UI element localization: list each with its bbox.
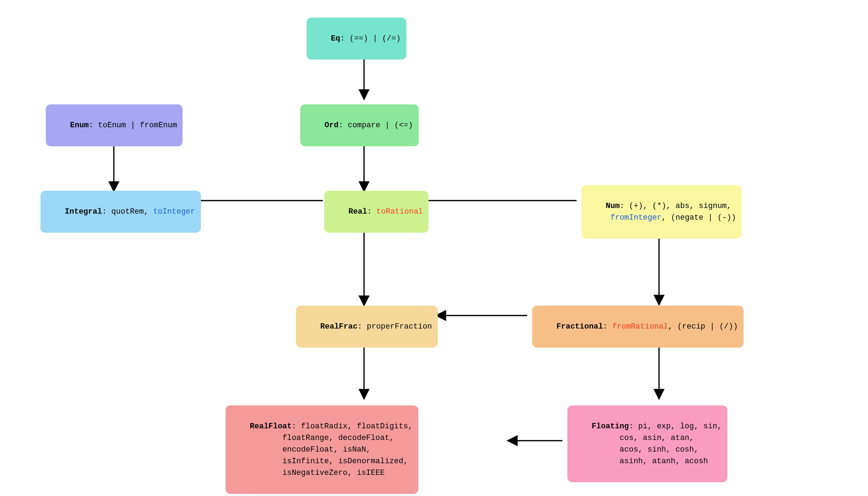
node-realfloat: RealFloat: floatRadix, floatDigits, floa… xyxy=(226,405,418,494)
class-name: Real xyxy=(349,207,367,216)
class-sep: : xyxy=(357,322,362,331)
node-realfrac: RealFrac: properFraction xyxy=(296,306,438,348)
class-body: (==) | (/=) xyxy=(345,34,400,43)
class-name: Fractional xyxy=(556,322,603,331)
class-sep: : xyxy=(367,207,372,216)
class-body xyxy=(372,207,376,216)
class-sep: : xyxy=(620,202,624,210)
class-body: properFraction xyxy=(362,322,432,331)
class-name: Integral xyxy=(65,207,102,216)
class-sep: : xyxy=(338,121,343,130)
edges-layer xyxy=(0,0,868,496)
class-sep: : xyxy=(340,34,345,43)
class-sep: : xyxy=(102,207,106,216)
class-sep: : xyxy=(629,422,633,431)
class-name: Enum xyxy=(70,121,89,130)
node-eq: Eq: (==) | (/=) xyxy=(307,18,406,60)
conv-func: toInteger xyxy=(153,207,195,216)
class-body xyxy=(608,322,612,331)
class-name: Num xyxy=(606,202,620,210)
class-name: RealFrac xyxy=(320,322,358,331)
class-body: toEnum | fromEnum xyxy=(93,121,177,130)
diagram-canvas: Eq: (==) | (/=) Ord: compare | (<=) Enum… xyxy=(0,0,868,496)
node-floating: Floating: pi, exp, log, sin, cos, asin, … xyxy=(567,405,727,482)
class-name: RealFloat xyxy=(250,422,292,431)
node-ord: Ord: compare | (<=) xyxy=(300,104,419,146)
class-tail: , (negate | (-)) xyxy=(661,213,736,222)
class-sep: : xyxy=(292,422,296,431)
class-name: Ord xyxy=(325,121,339,130)
class-name: Floating xyxy=(592,422,629,431)
class-body: quotRem, xyxy=(107,207,153,216)
node-fractional: Fractional: fromRational, (recip | (/)) xyxy=(532,306,744,348)
node-real: Real: toRational xyxy=(324,191,429,233)
class-sep: : xyxy=(89,121,93,130)
class-tail: , (recip | (/)) xyxy=(668,322,738,331)
class-body: compare | (<=) xyxy=(343,121,413,130)
node-enum: Enum: toEnum | fromEnum xyxy=(46,104,183,146)
node-num: Num: (+), (*), abs, signum, fromInteger,… xyxy=(581,185,741,239)
class-name: Eq xyxy=(331,34,340,43)
conv-func: fromRational xyxy=(612,322,668,331)
conv-func: toRational xyxy=(376,207,423,216)
conv-func: fromInteger xyxy=(610,213,661,222)
node-integral: Integral: quotRem, toInteger xyxy=(41,191,201,233)
class-sep: : xyxy=(603,322,608,331)
